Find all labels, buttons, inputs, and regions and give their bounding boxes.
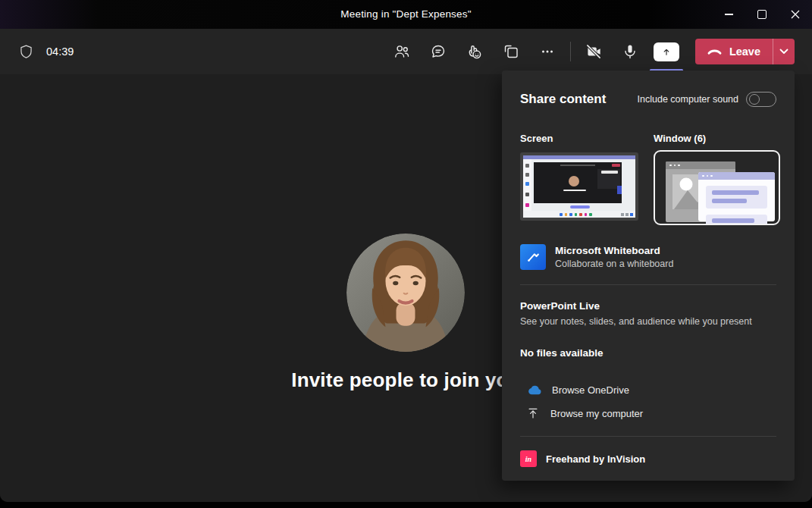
- meeting-timer: 04:39: [46, 45, 74, 58]
- participants-button[interactable]: [384, 29, 420, 74]
- shield-icon: [18, 43, 34, 61]
- phone-hangup-icon: [707, 47, 723, 56]
- window-section-label: Window (6): [654, 133, 780, 145]
- screen-share-thumbnail[interactable]: [520, 152, 638, 221]
- minimize-button[interactable]: [712, 0, 745, 29]
- share-content-button[interactable]: [648, 29, 685, 74]
- maximize-button[interactable]: [745, 0, 779, 29]
- meeting-toolbar: 04:39: [0, 29, 812, 74]
- more-options-button[interactable]: [529, 29, 566, 74]
- chat-button[interactable]: [420, 29, 456, 74]
- screen-preview: [523, 155, 635, 218]
- breakout-rooms-icon: [502, 42, 520, 61]
- microphone-icon: [621, 42, 639, 61]
- close-icon: [791, 10, 800, 19]
- upload-icon: [526, 406, 540, 420]
- share-content-panel: Share content Include computer sound Scr…: [502, 71, 795, 481]
- leave-split-button: Leave: [695, 39, 795, 64]
- share-content-icon: [654, 42, 679, 61]
- whiteboard-icon: [520, 244, 546, 270]
- no-files-text: No files available: [520, 347, 776, 359]
- window-share-thumbnail[interactable]: [654, 150, 780, 225]
- reactions-icon: [465, 42, 484, 61]
- panel-divider: [520, 284, 776, 285]
- more-options-icon: [538, 42, 556, 61]
- share-panel-header: Share content Include computer sound: [520, 90, 776, 108]
- leave-options-button[interactable]: [773, 39, 795, 64]
- powerpoint-live-subtitle: See your notes, slides, and audience whi…: [520, 315, 776, 328]
- participant-avatar: [346, 234, 465, 352]
- onedrive-icon: [526, 384, 541, 395]
- camera-off-button[interactable]: [575, 29, 612, 74]
- teams-meeting-window: Meeting in "Dept Expenses" 04:39: [0, 0, 812, 502]
- breakout-rooms-button[interactable]: [493, 29, 529, 74]
- camera-off-icon: [584, 42, 604, 61]
- window-controls: [712, 0, 812, 29]
- invision-icon: in: [520, 450, 537, 467]
- browse-computer-item[interactable]: Browse my computer: [520, 406, 776, 420]
- browse-onedrive-item[interactable]: Browse OneDrive: [520, 383, 776, 397]
- include-sound-toggle[interactable]: [746, 92, 776, 107]
- browse-onedrive-label: Browse OneDrive: [552, 384, 629, 396]
- screen-section-label: Screen: [520, 133, 638, 145]
- chat-icon: [429, 42, 447, 61]
- participants-icon: [393, 42, 411, 61]
- include-sound-label: Include computer sound: [638, 94, 738, 105]
- window-preview-front: [698, 172, 775, 221]
- microsoft-whiteboard-item[interactable]: Microsoft Whiteboard Collaborate on a wh…: [520, 244, 776, 270]
- toggle-knob-icon: [749, 94, 760, 105]
- maximize-icon: [757, 10, 767, 19]
- powerpoint-live-section: PowerPoint Live See your notes, slides, …: [520, 299, 776, 328]
- powerpoint-live-title: PowerPoint Live: [520, 299, 776, 312]
- leave-button[interactable]: Leave: [695, 39, 773, 64]
- titlebar: Meeting in "Dept Expenses": [0, 0, 812, 29]
- minimize-icon: [725, 14, 733, 14]
- microphone-button[interactable]: [612, 29, 648, 74]
- whiteboard-title: Microsoft Whiteboard: [555, 244, 673, 257]
- freehand-label: Freehand by InVision: [546, 453, 645, 465]
- toolbar-divider: [570, 42, 571, 61]
- browse-computer-label: Browse my computer: [550, 408, 643, 419]
- leave-label: Leave: [729, 45, 760, 58]
- whiteboard-subtitle: Collaborate on a whiteboard: [555, 258, 673, 270]
- window-title: Meeting in "Dept Expenses": [0, 0, 812, 29]
- reactions-button[interactable]: [456, 29, 493, 74]
- share-panel-title: Share content: [520, 92, 606, 107]
- close-button[interactable]: [779, 0, 812, 29]
- chevron-down-icon: [779, 49, 788, 55]
- freehand-invision-item[interactable]: in Freehand by InVision: [520, 450, 776, 467]
- panel-divider-2: [520, 436, 776, 437]
